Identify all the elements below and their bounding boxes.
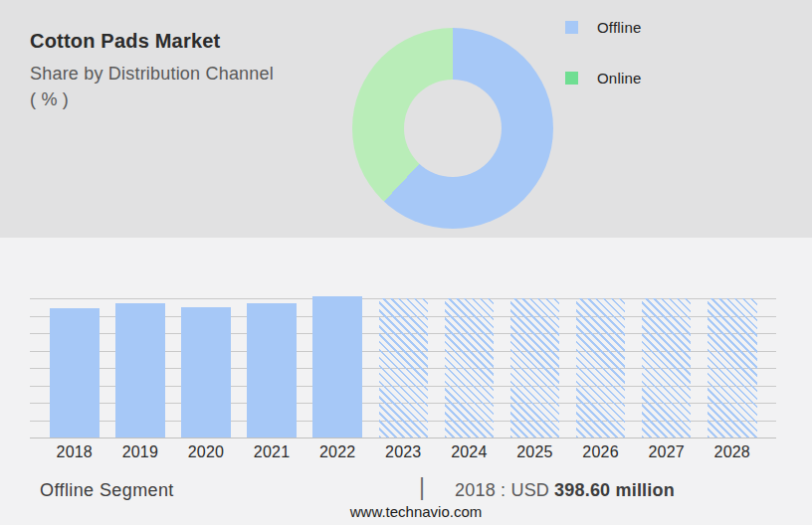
donut-hole <box>404 80 502 177</box>
bar-2026-forecast <box>576 298 626 438</box>
x-axis-label-2020: 2020 <box>173 443 239 461</box>
donut-chart <box>352 28 553 229</box>
x-axis-label-2025: 2025 <box>502 443 567 461</box>
bar-2028-forecast <box>708 298 757 438</box>
bar-2020 <box>181 307 231 438</box>
page-title: Cotton Pads Market <box>30 30 338 53</box>
legend-label-online: Online <box>597 70 642 87</box>
x-axis-label-2024: 2024 <box>436 443 502 461</box>
legend-item-offline: Offline <box>565 15 642 39</box>
stat-separator: | <box>419 474 425 501</box>
offline-swatch-icon <box>565 21 578 34</box>
chart-legend: Offline Online <box>565 15 642 116</box>
stat-value: 398.60 million <box>554 480 675 500</box>
bar-plot: 2018201920202021202220232024202520262027… <box>30 298 776 438</box>
legend-label-offline: Offline <box>597 19 641 36</box>
x-axis-label-2022: 2022 <box>304 443 370 461</box>
segment-label: Offline Segment <box>40 480 174 501</box>
online-swatch-icon <box>565 72 578 85</box>
bar-2024-forecast <box>445 298 495 438</box>
legend-item-online: Online <box>565 66 642 89</box>
bar-2018 <box>50 308 100 438</box>
page-subtitle: Share by Distribution Channel ( % ) <box>30 61 338 112</box>
x-axis-label-2028: 2028 <box>700 443 765 461</box>
bar-2022 <box>312 296 362 438</box>
x-axis-label-2026: 2026 <box>568 443 634 461</box>
x-axis-label-2023: 2023 <box>370 443 436 461</box>
bar-2025-forecast <box>510 298 560 438</box>
bar-2019 <box>115 303 165 438</box>
subtitle-line2: ( % ) <box>30 89 69 109</box>
x-axis-label-2027: 2027 <box>634 443 700 461</box>
title-block: Cotton Pads Market Share by Distribution… <box>30 30 338 112</box>
x-axis-label-2019: 2019 <box>107 443 173 461</box>
bar-2023-forecast <box>379 298 429 438</box>
x-axis-label-2018: 2018 <box>42 443 107 461</box>
website-url: www.technavio.com <box>0 503 812 520</box>
bar-2027-forecast <box>642 298 692 438</box>
subtitle-line1: Share by Distribution Channel <box>30 64 274 84</box>
x-axis-line <box>30 438 776 438</box>
bar-2021 <box>247 303 297 438</box>
stat-prefix: 2018 : USD <box>455 480 549 500</box>
x-axis-label-2021: 2021 <box>239 443 304 461</box>
stat-line: 2018 : USD398.60 million <box>455 480 675 501</box>
header-section: Cotton Pads Market Share by Distribution… <box>0 0 812 238</box>
